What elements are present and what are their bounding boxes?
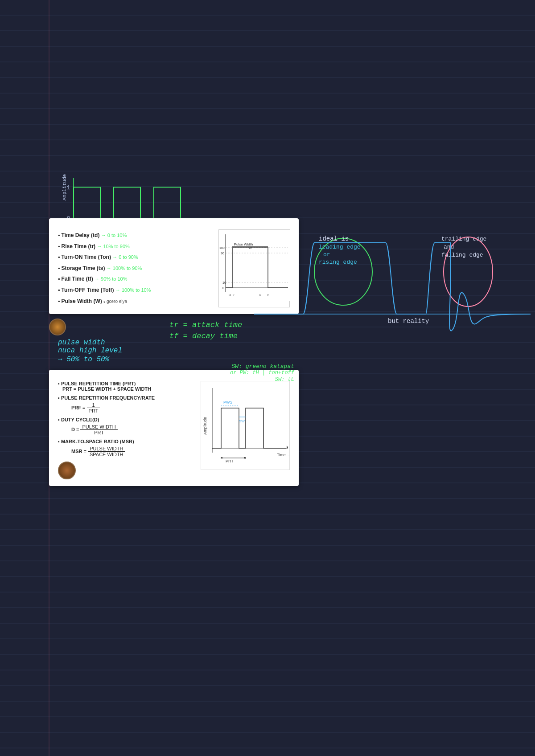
- pw-annotation2: nuca high level: [58, 347, 122, 355]
- tf-annotation: tf = decay time: [169, 332, 238, 340]
- svg-point-33: [444, 237, 493, 306]
- svg-text:but    reality: but reality: [388, 318, 429, 325]
- prt-section: ▪ PULSE REPETITION TIME (PRT) PRT = PULS…: [58, 381, 196, 392]
- param-ts: ▪ Storage Time (ts) → 100% to 90%: [58, 264, 214, 274]
- svg-text:trailing edge: trailing edge: [441, 236, 486, 242]
- card1-avatar: [49, 319, 66, 335]
- or-pw-annotation: or PW: tH | ton+toff: [230, 370, 294, 376]
- svg-text:ts: ts: [259, 294, 261, 296]
- svg-text:90: 90: [221, 252, 224, 255]
- svg-text:rising  edge: rising edge: [319, 259, 357, 266]
- duty-cycle-section: ▪ DUTY CYCLE(D) D = PULSE WIDTH PRT: [58, 417, 196, 435]
- param-td: ▪ Time Delay (td) → 0 to 10%: [58, 231, 214, 241]
- svg-text:and: and: [444, 244, 454, 250]
- title-section: [58, 18, 526, 25]
- svg-text:SW: SW: [239, 419, 245, 423]
- svg-text:or: or: [323, 251, 330, 258]
- avatar: [58, 462, 76, 479]
- tr-annotation: tr = attack time: [169, 321, 242, 329]
- svg-text:PWS: PWS: [223, 400, 233, 405]
- svg-text:td: td: [229, 294, 231, 296]
- svg-text:tr: tr: [233, 294, 235, 296]
- pw-annotation3: → 50% to 50%: [58, 356, 109, 364]
- param-tr: ▪ Rise Time (tr) → 10% to 90%: [58, 242, 214, 252]
- svg-text:1: 1: [67, 185, 70, 191]
- svg-point-25: [314, 238, 372, 305]
- svg-text:falling edge: falling edge: [441, 252, 483, 258]
- card2-params: ▪ PULSE REPETITION TIME (PRT) PRT = PULS…: [58, 381, 196, 479]
- svg-text:0: 0: [222, 286, 224, 290]
- svg-text:10: 10: [222, 281, 226, 284]
- pulse-card-2: SW: greeno katapat or PW: tH | ton+toff …: [49, 370, 299, 486]
- svg-text:Time →: Time →: [277, 453, 290, 457]
- svg-text:leading edge: leading edge: [319, 244, 361, 250]
- svg-marker-41: [287, 445, 288, 449]
- svg-text:tf: tf: [267, 294, 269, 296]
- param-tf: ▪ Fall Time (tf) → 90% to 10%: [58, 274, 214, 284]
- sw-annotation: SW: greeno katapat: [232, 363, 294, 370]
- param-pw: ▪ Pulse Width (W) ₁ gcero elya: [58, 297, 214, 306]
- svg-text:PRT: PRT: [226, 459, 234, 463]
- card1-params: ▪ Time Delay (td) → 0 to 10% ▪ Rise Time…: [58, 229, 214, 307]
- sw2-annotation: SW: tL: [275, 376, 294, 383]
- pulse-card-1: ▪ Time Delay (td) → 0 to 10% ▪ Rise Time…: [49, 218, 299, 314]
- param-ton: ▪ Turn-ON Time (Ton) → 0 to 90%: [58, 253, 214, 262]
- svg-text:Amplitude: Amplitude: [203, 417, 207, 435]
- param-toff: ▪ Turn-OFF Time (Toff) → 100% to 10%: [58, 286, 214, 295]
- card2-diagram: Amplitude Time → PWS SW: [201, 381, 290, 479]
- svg-text:100: 100: [219, 246, 225, 249]
- prf-section: ▪ PULSE REPETITION FREQUENCY/RATE PRF = …: [58, 395, 196, 413]
- pw-annotation1: pulse width: [58, 339, 105, 347]
- svg-text:ideal   is: ideal is: [319, 235, 349, 242]
- msr-section: ▪ MARK-TO-SPACE RATIO (MSR) MSR = PULSE …: [58, 439, 196, 457]
- card2-content: ▪ PULSE REPETITION TIME (PRT) PRT = PULS…: [58, 381, 290, 479]
- multivibrator-section: [58, 120, 526, 125]
- card1-diagram: 100 90 10 0 Pulse Width W td tr ts tf: [218, 229, 290, 307]
